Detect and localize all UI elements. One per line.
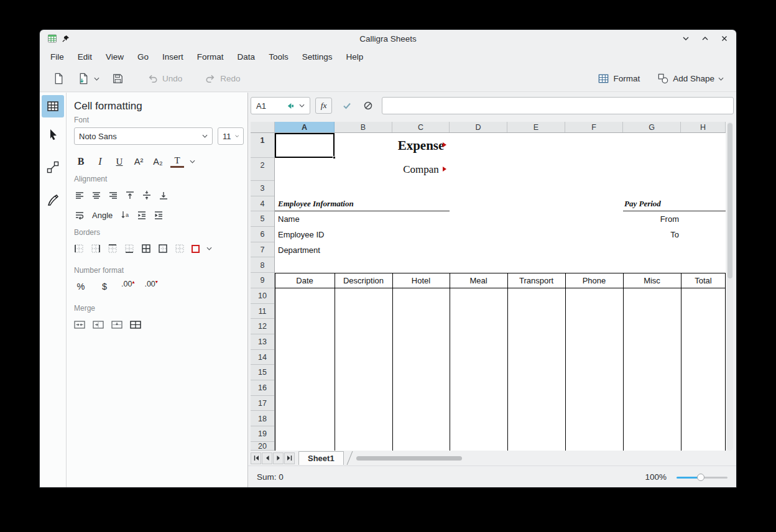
border-dropdown-icon[interactable] xyxy=(206,247,212,250)
border-top-icon[interactable] xyxy=(108,244,118,254)
cell-company[interactable]: Compan xyxy=(392,158,450,181)
column-header-B[interactable]: B xyxy=(335,122,392,132)
font-color-button[interactable]: T xyxy=(170,155,184,168)
align-left-icon[interactable] xyxy=(74,190,85,201)
expense-table-header-cell[interactable]: Transport xyxy=(507,273,565,288)
cell-employee-id-label[interactable]: Employee ID xyxy=(278,227,324,242)
selection-tool-button[interactable] xyxy=(42,123,64,145)
titlebar[interactable]: Calligra Sheets xyxy=(40,30,736,47)
cell-tool-button[interactable] xyxy=(42,95,64,117)
add-shape-button[interactable]: Add Shape xyxy=(654,71,727,86)
menu-item[interactable]: Format xyxy=(190,49,231,65)
currency-format-button[interactable]: $ xyxy=(98,280,111,293)
align-bottom-icon[interactable] xyxy=(158,190,169,201)
sheet-tab-sheet1[interactable]: Sheet1 xyxy=(298,451,344,465)
select-all-corner[interactable] xyxy=(251,122,275,133)
menu-item[interactable]: Go xyxy=(131,49,155,65)
border-none-icon[interactable] xyxy=(175,244,185,254)
align-center-icon[interactable] xyxy=(91,190,102,201)
vertical-text-icon[interactable]: a xyxy=(119,209,131,221)
cell-reference-box[interactable]: A1 xyxy=(251,97,310,114)
cancel-button[interactable] xyxy=(359,98,377,114)
horizontal-scrollbar-thumb[interactable] xyxy=(356,456,462,461)
align-middle-icon[interactable] xyxy=(141,190,152,201)
cells-layer[interactable]: Expense Compan Employee Information Pay … xyxy=(275,133,726,451)
align-right-icon[interactable] xyxy=(108,190,119,201)
row-header-16[interactable]: 16 xyxy=(251,380,274,396)
column-header-C[interactable]: C xyxy=(392,122,450,132)
border-bottom-icon[interactable] xyxy=(124,244,134,254)
column-header-D[interactable]: D xyxy=(450,122,507,132)
minimize-button[interactable] xyxy=(681,34,690,43)
menu-item[interactable]: Tools xyxy=(262,49,295,65)
percent-format-button[interactable]: % xyxy=(74,280,88,293)
merge-vertically-icon[interactable] xyxy=(111,320,122,329)
format-button[interactable]: Format xyxy=(594,71,643,86)
angle-button[interactable]: Angle xyxy=(91,211,114,220)
maximize-button[interactable] xyxy=(701,34,709,43)
row-header-17[interactable]: 17 xyxy=(251,396,274,411)
font-size-combo[interactable]: 11 xyxy=(218,127,244,145)
row-header-19[interactable]: 19 xyxy=(251,426,274,442)
menu-item[interactable]: Edit xyxy=(71,49,99,65)
cell-expense-title[interactable]: Expense xyxy=(392,133,450,158)
row-header-20[interactable]: 20 xyxy=(251,442,274,451)
row-header-6[interactable]: 6 xyxy=(251,227,274,242)
dissociate-cells-icon[interactable] xyxy=(130,320,141,329)
save-button[interactable] xyxy=(108,70,127,87)
fill-handle[interactable] xyxy=(333,156,336,159)
bold-button[interactable]: B xyxy=(74,155,88,168)
decrease-indent-icon[interactable] xyxy=(136,209,147,221)
menu-item[interactable]: View xyxy=(99,49,131,65)
expense-table-header-cell[interactable]: Meal xyxy=(450,273,507,288)
font-color-dropdown-icon[interactable] xyxy=(190,160,195,163)
increase-precision-button[interactable]: .00▴ xyxy=(121,280,134,293)
cell-from-label[interactable]: From xyxy=(623,211,679,227)
merge-cells-icon[interactable] xyxy=(74,320,85,329)
row-header-9[interactable]: 9 xyxy=(251,273,274,288)
expense-table-header-cell[interactable]: Date xyxy=(275,273,335,288)
underline-button[interactable]: U xyxy=(113,155,126,168)
close-button[interactable] xyxy=(720,34,729,43)
open-document-button[interactable] xyxy=(74,70,103,87)
vertical-scrollbar[interactable] xyxy=(727,122,733,451)
wrap-text-icon[interactable] xyxy=(74,209,85,221)
function-button[interactable]: fx xyxy=(315,98,332,114)
zoom-slider-handle[interactable] xyxy=(697,474,704,481)
menu-item[interactable]: Insert xyxy=(155,49,190,65)
border-outline-icon[interactable] xyxy=(158,244,168,254)
expense-table-header-cell[interactable]: Hotel xyxy=(392,273,450,288)
zoom-slider[interactable] xyxy=(677,473,728,482)
row-header-12[interactable]: 12 xyxy=(251,319,274,334)
expense-table-header-cell[interactable]: Description xyxy=(335,273,392,288)
row-header-1[interactable]: 1 xyxy=(251,133,274,158)
superscript-button[interactable]: A² xyxy=(132,155,146,168)
border-all-icon[interactable] xyxy=(141,244,151,254)
next-sheet-button[interactable] xyxy=(273,452,284,464)
align-top-icon[interactable] xyxy=(124,190,136,201)
column-header-A[interactable]: A xyxy=(275,122,335,132)
column-header-E[interactable]: E xyxy=(507,122,565,132)
row-header-2[interactable]: 2 xyxy=(251,158,274,181)
apply-button[interactable] xyxy=(338,98,356,114)
increase-indent-icon[interactable] xyxy=(153,209,164,221)
last-sheet-button[interactable] xyxy=(284,452,295,464)
connector-tool-button[interactable] xyxy=(42,156,64,178)
column-header-H[interactable]: H xyxy=(681,122,726,132)
font-family-combo[interactable]: Noto Sans xyxy=(74,127,213,145)
italic-button[interactable]: I xyxy=(93,155,107,168)
row-header-14[interactable]: 14 xyxy=(251,350,274,365)
menu-item[interactable]: Settings xyxy=(295,49,340,65)
open-dropdown-icon[interactable] xyxy=(94,77,99,81)
border-left-icon[interactable] xyxy=(74,244,84,254)
cell-pay-period[interactable]: Pay Period xyxy=(624,196,661,211)
undo-button[interactable]: Undo xyxy=(144,71,185,86)
merge-horizontally-icon[interactable] xyxy=(93,320,104,329)
border-color-button[interactable] xyxy=(192,245,200,253)
row-header-8[interactable]: 8 xyxy=(251,258,274,273)
decrease-precision-button[interactable]: .00▾ xyxy=(144,280,157,293)
column-header-F[interactable]: F xyxy=(565,122,623,132)
redo-button[interactable]: Redo xyxy=(201,71,243,86)
row-header-18[interactable]: 18 xyxy=(251,411,274,427)
new-document-button[interactable] xyxy=(49,70,68,87)
